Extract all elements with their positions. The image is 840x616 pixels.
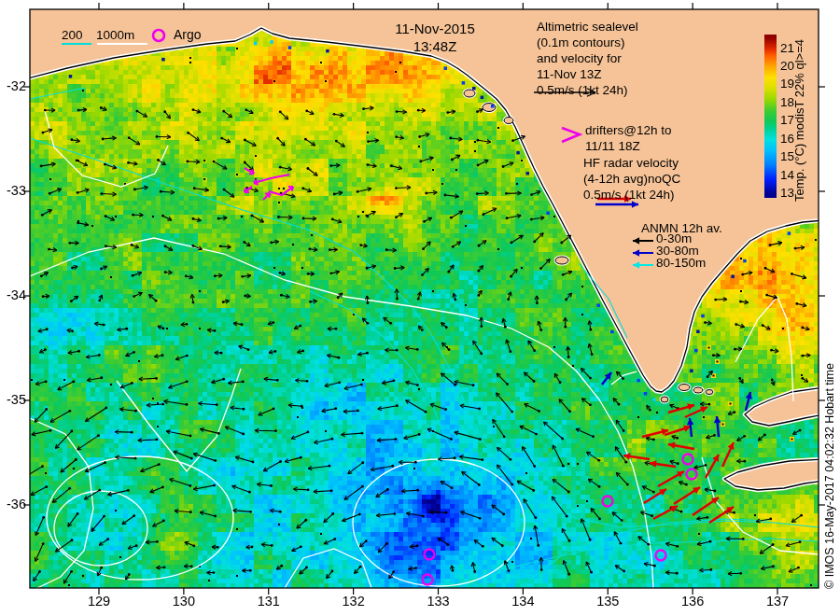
coastal-speck bbox=[161, 58, 165, 62]
y-tick-label: -35 bbox=[0, 392, 26, 407]
drifters-annotation-line: drifters@12h to bbox=[585, 122, 672, 138]
x-tick-label: 135 bbox=[589, 594, 626, 609]
drifters-annotation-line: 11/11 18Z bbox=[585, 138, 672, 154]
sealevel-contour bbox=[54, 491, 147, 566]
coastal-speck bbox=[694, 349, 698, 353]
sealevel-contour bbox=[30, 418, 93, 588]
coastal-speck bbox=[525, 172, 529, 175]
bathymetry-contour bbox=[519, 519, 769, 588]
coastal-speck bbox=[701, 315, 705, 318]
coastal-speck bbox=[481, 96, 484, 100]
hf-radar-annotation-line: 0.5m/s (1kt 24h) bbox=[583, 187, 680, 203]
coastal-speck bbox=[254, 42, 258, 46]
land-polygon bbox=[745, 387, 824, 426]
coastal-speck bbox=[326, 49, 329, 53]
coastal-speck bbox=[731, 274, 735, 278]
coastal-speck bbox=[443, 66, 447, 70]
y-tick-label: -36 bbox=[0, 497, 26, 511]
coastal-speck bbox=[696, 329, 700, 333]
x-tick-label: 133 bbox=[420, 594, 457, 609]
argo-legend-label: Argo bbox=[174, 27, 202, 42]
coastal-speck bbox=[743, 259, 747, 263]
altimetric-annotation-line: Altimetric sealevel bbox=[537, 19, 638, 35]
altimetric-annotation: Altimetric sealevel(0.1m contours)and ve… bbox=[537, 19, 638, 98]
y-tick-label: -33 bbox=[0, 183, 26, 198]
sealevel-contour bbox=[30, 238, 653, 588]
altimetric-annotation-line: and velocity for bbox=[537, 50, 638, 66]
x-tick-label: 131 bbox=[250, 594, 287, 609]
y-tick-label: -32 bbox=[0, 78, 26, 93]
map-overlay bbox=[0, 0, 840, 616]
y-tick-label: -34 bbox=[0, 287, 26, 302]
x-tick-label: 134 bbox=[504, 594, 541, 609]
altimetric-annotation-line: 0.5m/s (1kt 24h) bbox=[537, 82, 638, 98]
altimetric-annotation-line: 11-Nov 13Z bbox=[537, 66, 638, 82]
coastal-speck bbox=[472, 87, 476, 91]
coastal-speck bbox=[596, 303, 600, 307]
x-tick-label: 129 bbox=[80, 594, 118, 609]
colorbar bbox=[764, 35, 777, 198]
drifters-annotation: drifters@12h to11/11 18Z bbox=[585, 122, 672, 154]
island-outline bbox=[464, 90, 475, 97]
coastal-speck bbox=[546, 212, 550, 216]
hf-radar-annotation-line: HF radar velocity bbox=[583, 155, 680, 171]
bathymetry-contour bbox=[30, 88, 86, 99]
coastal-speck bbox=[690, 370, 693, 373]
coastal-speck bbox=[491, 105, 495, 108]
x-tick-label: 130 bbox=[165, 594, 203, 609]
x-tick-label: 136 bbox=[674, 594, 711, 609]
map-title-time: 13:48Z bbox=[356, 38, 514, 54]
coastal-speck bbox=[788, 231, 791, 235]
island-outline bbox=[679, 385, 690, 391]
coastal-speck bbox=[288, 46, 292, 49]
sealevel-contour bbox=[735, 297, 793, 401]
island-outline bbox=[693, 387, 703, 393]
isobath-200-label: 200 bbox=[62, 28, 83, 42]
map-layers bbox=[24, 4, 824, 588]
drifter-tracks bbox=[245, 168, 293, 200]
x-tick-label: 132 bbox=[335, 594, 372, 609]
coastal-speck bbox=[462, 81, 466, 85]
map-title-date: 11-Nov-2015 bbox=[356, 21, 514, 36]
coastal-speck bbox=[644, 392, 648, 396]
sealevel-contour bbox=[45, 110, 168, 187]
x-tick-label: 137 bbox=[759, 594, 796, 609]
coastal-speck bbox=[270, 40, 273, 44]
coastal-speck bbox=[69, 75, 73, 78]
hf-radar-annotation-line: (4-12h avg)noQC bbox=[583, 171, 680, 187]
coastal-speck bbox=[516, 151, 520, 155]
bathymetry-contour bbox=[455, 539, 819, 588]
island-outline bbox=[706, 390, 713, 395]
anmn-depth-label: 80-150m bbox=[656, 257, 706, 269]
coastal-speck bbox=[610, 330, 614, 334]
sealevel-contour bbox=[353, 459, 525, 586]
coastal-speck bbox=[652, 399, 656, 402]
altimetric-annotation-line: (0.1m contours) bbox=[537, 35, 638, 50]
colorbar-title: Temp. (°C) modisT 22% ql>=4 bbox=[792, 39, 806, 202]
copyright-text: © IMOS 16-May-2017 04:02:32 Hobart time bbox=[823, 363, 836, 589]
coastal-speck bbox=[637, 379, 640, 383]
island-outline bbox=[661, 397, 668, 402]
imos-oceancurrent-map: 11-Nov-2015 13:48Z 200 1000m Argo Altime… bbox=[0, 0, 840, 616]
isobath-1000-label: 1000m bbox=[96, 28, 134, 42]
island-outline bbox=[555, 257, 568, 264]
land-polygon bbox=[24, 4, 824, 392]
hf-radar-annotation: HF radar velocity(4-12h avg)noQC0.5m/s (… bbox=[583, 155, 680, 203]
island-outline bbox=[504, 118, 513, 124]
